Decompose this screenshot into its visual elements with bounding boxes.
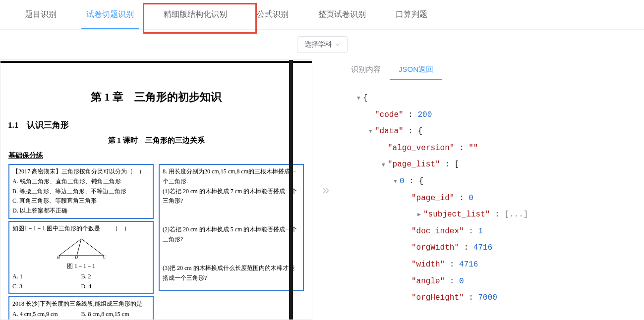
q3-option-b: B. 8 cm,8 cm,15 cm [81, 309, 150, 319]
top-nav: 题目识别 试卷切题识别 精细版结构化识别 公式识别 整页试卷识别 口算判题 [0, 0, 644, 30]
json-key-width: "width" : 4716 [347, 257, 634, 273]
svg-text:B: B [57, 255, 60, 260]
right-question-column: 8. 用长度分别为20 cm,15 cm,8 cm的三根木棒搭成一个三角形. (… [159, 162, 304, 320]
q8-stem: 8. 用长度分别为20 cm,15 cm,8 cm的三根木棒搭成一个三角形. [163, 167, 300, 187]
q1-option-c: C. 直角三角形、等腰直角三角形 [12, 196, 150, 206]
tab-json-response[interactable]: JSON返回 [390, 60, 442, 80]
select-subject-label: 选择学科 [304, 40, 332, 49]
nav-tab-full-paper-ocr[interactable]: 整页试卷识别 [303, 0, 381, 29]
q3-stem: 2018·长沙]下列长度的三条线段,能组成三角形的是 [12, 299, 150, 309]
figure-caption: 图 1－1－1 [12, 262, 150, 271]
q8-part1: (1)若把 20 cm 的木棒换成 7 cm 的木棒能否搭成一个三角形? [163, 187, 300, 207]
caret-down-icon[interactable] [382, 160, 387, 171]
svg-text:D: D [74, 255, 78, 260]
nav-tab-formula-ocr[interactable]: 公式识别 [242, 0, 303, 29]
q8-part2: (2)若把 20 cm 的木棒换成 5 cm 的木棒能否搭成一个三角形? [163, 225, 300, 245]
caret-right-icon[interactable] [417, 209, 422, 220]
nav-tab-fine-structure-ocr[interactable]: 精细版结构化识别 [149, 0, 242, 29]
json-key-org-height: "orgHeight" : 7000 [347, 290, 634, 307]
caret-down-icon[interactable] [357, 93, 362, 104]
nav-tab-paper-split-ocr[interactable]: 试卷切题识别 [71, 0, 149, 29]
json-key-org-width: "orgWidth" : 4716 [347, 240, 634, 257]
exam-preview-panel: 第 1 章 三角形的初步知识 1.1 认识三角形 第 1 课时 三角形的三边关系… [0, 59, 312, 320]
question-box-3[interactable]: 2018·长沙]下列长度的三条线段,能组成三角形的是 A. 4 cm,5 cm,… [8, 296, 154, 320]
json-viewer: { "code" : 200 "data" : { "algo_version"… [342, 90, 634, 307]
json-key-doc-index: "doc_index" : 1 [347, 223, 634, 240]
q1-option-d: D. 以上答案都不正确 [12, 206, 150, 216]
chapter-title: 第 1 章 三角形的初步知识 [5, 90, 307, 105]
q1-stem: 【2017·高密期末】三角形按角分类可以分为（ ） [12, 167, 150, 177]
caret-down-icon[interactable] [369, 126, 374, 137]
q1-option-a: A. 锐角三角形、直角三角形、钝角三角形 [12, 177, 150, 187]
q1-option-b: B. 等腰三角形、等边三角形、不等边三角形 [12, 187, 150, 197]
q2-option-d: D. 4 [81, 281, 150, 291]
json-root-brace[interactable]: { [347, 90, 634, 107]
json-key-page-list[interactable]: "page_list" : [ [347, 157, 634, 173]
question-box-1[interactable]: 【2017·高密期末】三角形按角分类可以分为（ ） A. 锐角三角形、直角三角形… [8, 164, 154, 219]
json-key-angle: "angle" : 0 [347, 273, 634, 290]
tab-recognized-content[interactable]: 识别内容 [342, 60, 390, 80]
chevron-down-icon [335, 43, 340, 46]
question-box-8[interactable]: 8. 用长度分别为20 cm,15 cm,8 cm的三根木棒搭成一个三角形. (… [159, 164, 304, 291]
q2-option-c: C. 3 [12, 281, 81, 291]
json-key-page-id: "page_id" : 0 [347, 190, 634, 207]
nav-tab-mental-math[interactable]: 口算判题 [381, 0, 442, 29]
result-panel: 识别内容 JSON返回 { "code" : 200 "data" : { "a… [342, 59, 644, 320]
q3-option-a: A. 4 cm,5 cm,9 cm [12, 309, 81, 319]
q8-part3: (3)把 20 cm 的木棒换成什么长度范围内的木棒才能搭成一个三角形? [163, 264, 300, 283]
q2-option-a: A. 1 [12, 271, 81, 281]
json-array-item-0[interactable]: 0 : { [347, 173, 634, 190]
svg-text:C: C [103, 255, 106, 260]
caret-down-icon[interactable] [394, 176, 399, 187]
json-key-code: "code" : 200 [347, 107, 634, 124]
q2-option-b: B. 2 [81, 271, 150, 281]
toolbar: 选择学科 [0, 30, 644, 59]
content-area: 第 1 章 三角形的初步知识 1.1 认识三角形 第 1 课时 三角形的三边关系… [0, 59, 644, 320]
sub-header: 基础保分练 [8, 151, 307, 160]
q2-stem: 如图1－1－1.图中三角形的个数是 （ ） [12, 224, 150, 234]
select-subject-dropdown[interactable]: 选择学科 [297, 36, 348, 53]
nav-tab-question-ocr[interactable]: 题目识别 [10, 0, 71, 29]
section-title: 1.1 认识三角形 [8, 119, 307, 131]
json-key-algo-version: "algo_version" : "" [347, 140, 634, 157]
json-key-subject-list[interactable]: "subject_list" : [...] [347, 207, 634, 223]
result-tabs: 识别内容 JSON返回 [342, 59, 634, 80]
triangle-figure-icon: B D C [54, 236, 109, 260]
exam-page: 第 1 章 三角形的初步知识 1.1 认识三角形 第 1 课时 三角形的三边关系… [0, 60, 312, 320]
json-key-data[interactable]: "data" : { [347, 123, 634, 140]
lesson-title: 第 1 课时 三角形的三边关系 [5, 136, 307, 145]
left-question-column: 【2017·高密期末】三角形按角分类可以分为（ ） A. 锐角三角形、直角三角形… [8, 162, 154, 320]
question-box-2[interactable]: 如图1－1－1.图中三角形的个数是 （ ） B D C 图 1－1－1 A. 1… [8, 221, 154, 294]
expand-arrow-icon[interactable]: » [322, 182, 329, 198]
